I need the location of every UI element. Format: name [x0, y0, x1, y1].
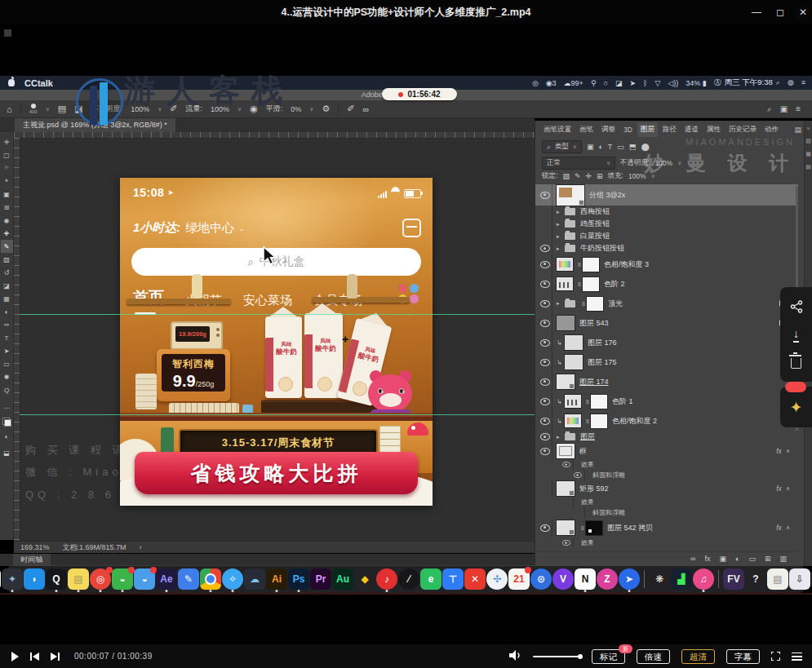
- chevron-down-icon[interactable]: ⌄: [238, 224, 245, 232]
- layer-visibility-toggle[interactable]: [539, 230, 552, 242]
- layer-row[interactable]: 图层 174: [535, 372, 798, 392]
- layer-visibility-toggle[interactable]: [539, 333, 552, 352]
- volume-icon[interactable]: [509, 649, 521, 664]
- dock-icon-after-effects[interactable]: Ae: [156, 568, 177, 590]
- tool-9[interactable]: ▨: [1, 253, 13, 266]
- layer-visibility-toggle[interactable]: [539, 392, 552, 411]
- search-icon[interactable]: ⌕: [767, 104, 772, 114]
- dock-icon-premiere[interactable]: Pr: [310, 568, 331, 590]
- layer-row[interactable]: 8色阶 2: [535, 274, 798, 294]
- workspace-icon[interactable]: ▣: [780, 104, 788, 114]
- scan-icon[interactable]: [402, 219, 421, 237]
- menubar-clock[interactable]: 周三 下午9:38: [725, 77, 773, 88]
- maximize-icon[interactable]: ◻: [776, 6, 784, 19]
- panel-tab-3D[interactable]: 3D: [620, 123, 636, 136]
- panel-tab-路径[interactable]: 路径: [659, 122, 680, 137]
- location-name[interactable]: 绿地中心: [185, 220, 234, 236]
- layer-effect-row[interactable]: 效果: [535, 537, 798, 548]
- tool-19[interactable]: Q: [1, 383, 13, 396]
- trash-icon[interactable]: [791, 358, 801, 369]
- panel-menu-icon[interactable]: ▤: [794, 126, 801, 134]
- tool-3[interactable]: ⌖: [1, 175, 13, 188]
- layers-bottom-icon-1[interactable]: fx: [704, 555, 710, 563]
- layer-effect-row[interactable]: 斜面和浮雕: [535, 507, 798, 518]
- tool-17[interactable]: ▭: [1, 357, 13, 370]
- home-icon[interactable]: ⌂: [7, 104, 12, 114]
- tool-18[interactable]: ✱: [1, 370, 13, 383]
- dock-icon-sticky-notes[interactable]: ▤: [68, 568, 89, 590]
- fx-collapse-icon[interactable]: ∧: [786, 485, 790, 492]
- effect-visibility-toggle[interactable]: [560, 497, 574, 507]
- panel-menu-icon[interactable]: ≡: [796, 104, 801, 114]
- player-button-标记[interactable]: 标记新: [592, 649, 625, 664]
- dock-icon-sketch[interactable]: ◆: [354, 568, 375, 590]
- dock-icon-photoshop[interactable]: Ps: [288, 568, 309, 590]
- status-chevron[interactable]: ›: [140, 543, 142, 551]
- menubar-right-icon[interactable]: ≡: [801, 78, 805, 87]
- dock-icon-pen-app[interactable]: ✎: [178, 568, 199, 590]
- dock-icon-music-red[interactable]: ♪: [376, 568, 397, 590]
- tool-4[interactable]: ▣: [1, 188, 13, 201]
- layers-bottom-icon-6[interactable]: ▥: [779, 555, 787, 563]
- smoothing-gear-icon[interactable]: ⚙: [322, 104, 330, 114]
- layer-visibility-toggle[interactable]: [539, 352, 552, 372]
- expand-icon[interactable]: ▸: [557, 300, 565, 307]
- zoom-level[interactable]: 169.31%: [20, 543, 50, 551]
- dock-icon-cctalk[interactable]: ◎: [90, 568, 111, 590]
- layer-row[interactable]: ▸西梅按钮: [535, 206, 798, 218]
- filter-type-icon[interactable]: T: [608, 143, 613, 151]
- fg-bg-color-swatch[interactable]: [2, 418, 11, 427]
- dock-icon-x-app[interactable]: ✕: [464, 568, 486, 590]
- layer-visibility-toggle[interactable]: [539, 294, 552, 313]
- lock-artboard-icon[interactable]: ⊞: [597, 172, 603, 180]
- close-icon[interactable]: ✕: [799, 6, 807, 19]
- expand-icon[interactable]: ▸: [557, 221, 565, 228]
- tool-11[interactable]: ◪: [1, 279, 13, 292]
- menubar-status-icon[interactable]: ◉3: [546, 79, 557, 87]
- pressure-size-icon[interactable]: ✐: [347, 104, 354, 114]
- layer-visibility-toggle[interactable]: [539, 254, 552, 274]
- menubar-status-icon[interactable]: ○: [603, 79, 607, 87]
- layers-bottom-icon-4[interactable]: ▭: [748, 555, 756, 563]
- lock-position-icon[interactable]: ✛: [585, 172, 592, 180]
- menubar-right-icon[interactable]: ◍: [788, 78, 794, 87]
- dock-icon-pinwheel-app[interactable]: ✣: [486, 568, 508, 590]
- panel-tab-画笔设置[interactable]: 画笔设置: [540, 122, 575, 137]
- layer-row[interactable]: ↳8色相/饱和度 2: [535, 411, 798, 431]
- collapse-panels-icon[interactable]: »: [807, 126, 810, 131]
- filter-smart-icon[interactable]: ⬒: [629, 143, 637, 151]
- dock-icon-wechat[interactable]: ◒: [112, 568, 133, 590]
- tool-14[interactable]: ✑: [1, 318, 13, 331]
- minimize-icon[interactable]: —: [752, 6, 761, 19]
- fx-collapse-icon[interactable]: ∧: [786, 448, 790, 454]
- effect-visibility-toggle[interactable]: [571, 507, 585, 518]
- tool-16[interactable]: ➤: [1, 344, 13, 357]
- layer-row[interactable]: ▸图层: [535, 431, 798, 443]
- dock-icon-doc-converter[interactable]: ▤: [767, 568, 788, 590]
- toolbar-more-icon[interactable]: ⋯: [1, 401, 13, 414]
- blend-mode-select[interactable]: 正常 ∨: [542, 157, 615, 170]
- mini-panel-icon[interactable]: ▦: [805, 151, 811, 157]
- share-icon[interactable]: [790, 300, 803, 315]
- effect-visibility-toggle[interactable]: [560, 537, 574, 548]
- dock-icon-z-app[interactable]: Z: [597, 568, 618, 590]
- panel-tab-画笔[interactable]: 画笔: [576, 122, 597, 137]
- menubar-status-icon[interactable]: ◁)): [668, 79, 678, 87]
- layers-bottom-icon-2[interactable]: ▣: [719, 555, 726, 563]
- dock-icon-installer[interactable]: ⇩: [789, 568, 810, 590]
- layer-visibility-toggle[interactable]: [539, 411, 552, 431]
- layer-row[interactable]: ▸白菜按钮: [535, 230, 798, 242]
- lock-transparent-icon[interactable]: ▨: [562, 172, 570, 180]
- dock-icon-wechat-work[interactable]: ◒: [134, 568, 155, 590]
- menubar-status-icon[interactable]: ▽: [654, 79, 660, 87]
- layer-row[interactable]: ↳8色阶 1: [535, 392, 798, 411]
- layer-row[interactable]: ▸牛奶按钮按钮: [535, 242, 798, 254]
- layer-visibility-toggle[interactable]: [539, 313, 552, 333]
- dock-icon-magic-wand-tool[interactable]: ❋: [649, 568, 670, 590]
- menubar-right-icon[interactable]: ⌕: [776, 78, 780, 87]
- effect-visibility-toggle[interactable]: [571, 470, 585, 480]
- effect-visibility-toggle[interactable]: [560, 459, 574, 470]
- quickmask-icon[interactable]: ◐: [1, 430, 13, 443]
- tool-7[interactable]: ✚: [1, 227, 13, 240]
- layer-visibility-toggle[interactable]: [539, 218, 552, 230]
